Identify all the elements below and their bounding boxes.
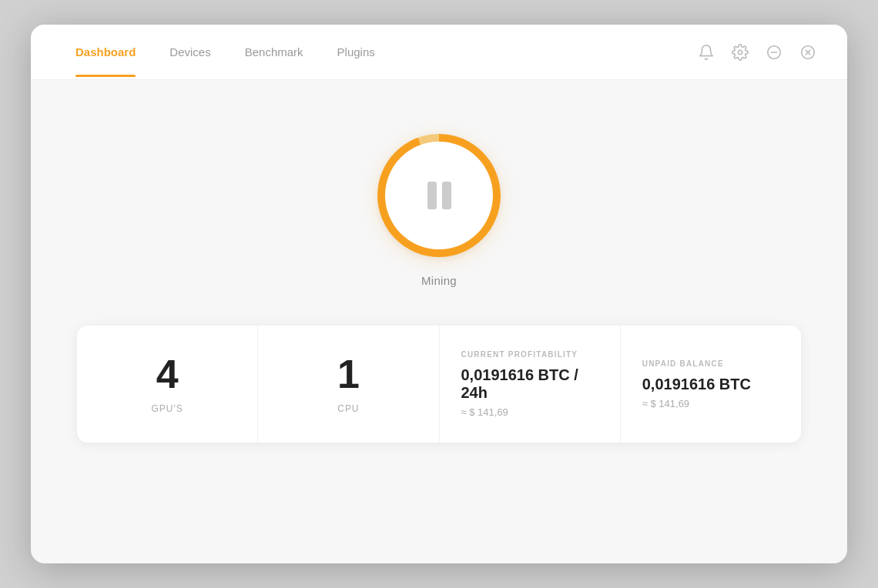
balance-btc-number: 0,0191616 [642, 376, 715, 393]
cpu-count: 1 [337, 354, 360, 394]
main-content: Mining 4 GPU'S 1 CPU CURRENT PROFITABILI… [31, 80, 847, 563]
cpu-label: CPU [337, 403, 359, 414]
mining-ring [377, 134, 501, 257]
gpu-label: GPU'S [152, 403, 183, 414]
profitability-btc-value: 0,0191616 BTC / 24h [461, 366, 598, 402]
mining-ring-inner [385, 142, 493, 249]
nav-item-devices[interactable]: Devices [152, 27, 227, 77]
main-nav: Dashboard Devices Benchmark Plugins [59, 27, 392, 77]
close-icon[interactable] [796, 41, 819, 64]
header-icons [695, 41, 819, 64]
nav-item-dashboard[interactable]: Dashboard [59, 27, 152, 77]
settings-icon[interactable] [729, 41, 752, 64]
pause-icon [427, 182, 451, 209]
balance-btc-value: 0,0191616 BTC [642, 376, 751, 393]
svg-point-0 [738, 50, 742, 55]
stat-card-cpu: 1 CPU [258, 326, 439, 443]
mining-section: Mining [377, 134, 501, 287]
profitability-usd-value: ≈ $ 141,69 [461, 406, 508, 418]
profitability-btc-number: 0,0191616 [461, 366, 535, 383]
header: Dashboard Devices Benchmark Plugins [31, 25, 847, 80]
pause-bar-right [442, 182, 451, 209]
balance-usd-value: ≈ $ 141,69 [642, 398, 689, 409]
balance-btc-unit: BTC [715, 376, 751, 393]
nav-item-plugins[interactable]: Plugins [320, 27, 392, 77]
stat-card-gpu: 4 GPU'S [77, 326, 258, 443]
balance-section-label: UNPAID BALANCE [642, 359, 724, 368]
mining-status-label: Mining [421, 274, 457, 287]
bell-icon[interactable] [695, 41, 718, 64]
profitability-section-label: CURRENT PROFITABILITY [461, 350, 578, 359]
gpu-count: 4 [156, 354, 179, 394]
mining-toggle-button[interactable] [377, 134, 501, 257]
minimize-icon[interactable] [762, 41, 786, 64]
app-window: Dashboard Devices Benchmark Plugins [31, 25, 847, 563]
stat-card-balance: UNPAID BALANCE 0,0191616 BTC ≈ $ 141,69 [621, 326, 801, 443]
stats-row: 4 GPU'S 1 CPU CURRENT PROFITABILITY 0,01… [77, 326, 801, 443]
nav-item-benchmark[interactable]: Benchmark [228, 27, 320, 77]
pause-bar-left [427, 182, 437, 209]
stat-card-profitability: CURRENT PROFITABILITY 0,0191616 BTC / 24… [440, 326, 621, 443]
